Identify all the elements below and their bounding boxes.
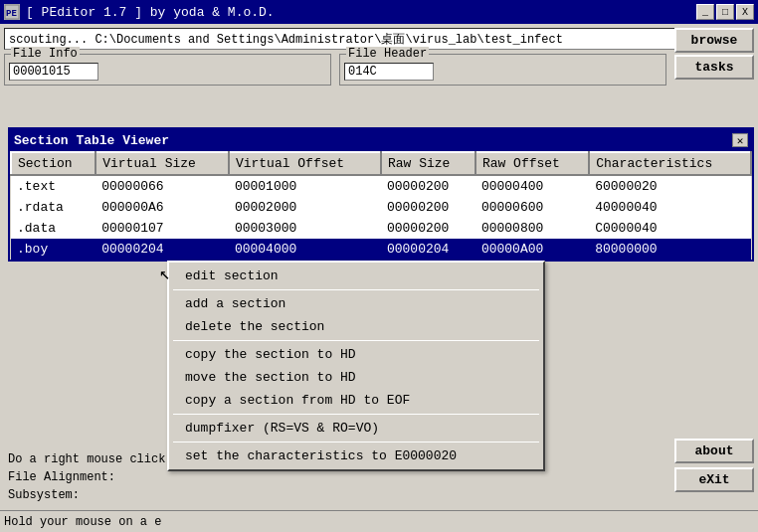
about-exit-panel: about eXit bbox=[674, 439, 754, 492]
file-info-group: File Info bbox=[4, 54, 331, 86]
menu-item[interactable]: set the characteristics to E0000020 bbox=[169, 444, 543, 467]
file-info-label: File Info bbox=[11, 47, 80, 61]
cell-5: C0000040 bbox=[589, 218, 751, 239]
cell-4: 00000800 bbox=[475, 218, 589, 239]
cell-3: 00000204 bbox=[381, 239, 475, 260]
status-text: Hold your mouse on a e bbox=[4, 515, 161, 529]
cell-1: 00000204 bbox=[95, 239, 229, 260]
cell-2: 00003000 bbox=[229, 218, 381, 239]
app-title: [ PEditor 1.7 ] by yoda & M.o.D. bbox=[26, 5, 275, 20]
menu-item[interactable]: move the section to HD bbox=[169, 366, 543, 389]
close-button[interactable]: X bbox=[736, 4, 754, 20]
cell-2: 00004000 bbox=[229, 239, 381, 260]
title-bar-left: PE [ PEditor 1.7 ] by yoda & M.o.D. bbox=[4, 4, 275, 20]
about-button[interactable]: about bbox=[674, 439, 754, 463]
cell-3: 00000200 bbox=[381, 218, 475, 239]
table-row[interactable]: .boy00000204000040000000020400000A008000… bbox=[11, 239, 751, 260]
cell-3: 00000200 bbox=[381, 175, 475, 197]
col-characteristics: Characteristics bbox=[589, 152, 751, 175]
file-header-label: File Header bbox=[346, 47, 429, 61]
context-menu: edit sectionadd a sectiondelete the sect… bbox=[167, 261, 545, 471]
section-table-window: Section Table Viewer ✕ Section Virtual S… bbox=[8, 127, 754, 262]
table-row[interactable]: .text00000066000010000000020000000400600… bbox=[11, 175, 751, 197]
menu-separator bbox=[173, 414, 539, 415]
file-header-group: File Header bbox=[339, 54, 666, 86]
title-bar: PE [ PEditor 1.7 ] by yoda & M.o.D. _ □ … bbox=[0, 0, 758, 24]
cell-5: 40000040 bbox=[589, 197, 751, 218]
menu-separator bbox=[173, 340, 539, 341]
cell-1: 000000A6 bbox=[95, 197, 229, 218]
cell-2: 00001000 bbox=[229, 175, 381, 197]
menu-item[interactable]: copy the section to HD bbox=[169, 343, 543, 366]
cell-0: .boy bbox=[11, 239, 95, 260]
cell-5: 60000020 bbox=[589, 175, 751, 197]
table-row[interactable]: .rdata000000A600002000000002000000060040… bbox=[11, 197, 751, 218]
cell-1: 00000066 bbox=[95, 175, 229, 197]
maximize-button[interactable]: □ bbox=[716, 4, 734, 20]
section-table-container: Section Virtual Size Virtual Offset Raw … bbox=[10, 151, 752, 260]
col-virtual-size: Virtual Size bbox=[95, 152, 229, 175]
section-table: Section Virtual Size Virtual Offset Raw … bbox=[10, 151, 752, 260]
menu-item[interactable]: delete the section bbox=[169, 315, 543, 338]
col-section: Section bbox=[11, 152, 95, 175]
table-row[interactable]: .data00000107000030000000020000000800C00… bbox=[11, 218, 751, 239]
minimize-button[interactable]: _ bbox=[696, 4, 714, 20]
menu-separator bbox=[173, 442, 539, 443]
section-table-title: Section Table Viewer bbox=[14, 133, 169, 148]
file-info-input[interactable] bbox=[9, 63, 98, 81]
menu-item[interactable]: dumpfixer (RS=VS & RO=VO) bbox=[169, 417, 543, 440]
path-text: scouting... C:\Documents and Settings\Ad… bbox=[9, 31, 563, 48]
cell-4: 00000A00 bbox=[475, 239, 589, 260]
cell-2: 00002000 bbox=[229, 197, 381, 218]
cell-0: .text bbox=[11, 175, 95, 197]
info-row: File Info File Header bbox=[4, 54, 754, 86]
cell-0: .data bbox=[11, 218, 95, 239]
tasks-button[interactable]: tasks bbox=[674, 55, 754, 80]
browse-tasks-panel: browse tasks bbox=[674, 28, 754, 80]
cell-1: 00000107 bbox=[95, 218, 229, 239]
menu-item[interactable]: copy a section from HD to EOF bbox=[169, 389, 543, 412]
section-table-body: .text00000066000010000000020000000400600… bbox=[11, 175, 751, 260]
cell-4: 00000600 bbox=[475, 197, 589, 218]
status-bar: Hold your mouse on a e bbox=[0, 510, 758, 532]
exit-button[interactable]: eXit bbox=[674, 467, 754, 492]
table-header-row: Section Virtual Size Virtual Offset Raw … bbox=[11, 152, 751, 175]
main-body: scouting... C:\Documents and Settings\Ad… bbox=[0, 24, 758, 93]
section-table-titlebar: Section Table Viewer ✕ bbox=[10, 129, 752, 151]
cell-4: 00000400 bbox=[475, 175, 589, 197]
cell-5: 80000000 bbox=[589, 239, 751, 260]
title-controls: _ □ X bbox=[696, 4, 754, 20]
svg-text:PE: PE bbox=[6, 9, 17, 19]
file-header-input[interactable] bbox=[344, 63, 434, 81]
menu-item[interactable]: add a section bbox=[169, 292, 543, 315]
col-virtual-offset: Virtual Offset bbox=[229, 152, 381, 175]
col-raw-offset: Raw Offset bbox=[475, 152, 589, 175]
menu-separator bbox=[173, 289, 539, 290]
subsystem-label: Subsystem: bbox=[8, 488, 565, 502]
file-alignment-label: File Alignment: bbox=[8, 470, 565, 484]
menu-item[interactable]: edit section bbox=[169, 265, 543, 287]
cell-3: 00000200 bbox=[381, 197, 475, 218]
browse-button[interactable]: browse bbox=[674, 28, 754, 53]
cell-0: .rdata bbox=[11, 197, 95, 218]
app-icon: PE bbox=[4, 4, 20, 20]
section-close-button[interactable]: ✕ bbox=[732, 133, 748, 147]
col-raw-size: Raw Size bbox=[381, 152, 475, 175]
